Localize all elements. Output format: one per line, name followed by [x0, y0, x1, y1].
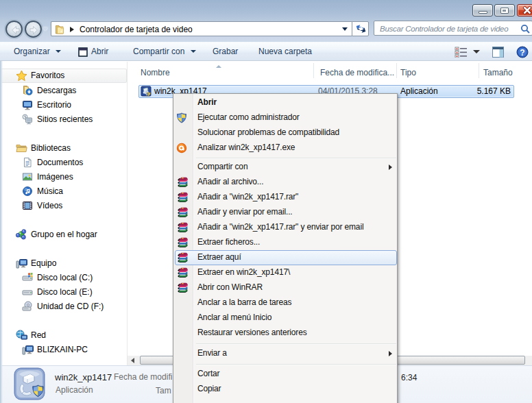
svg-text:?: ? [520, 48, 524, 58]
